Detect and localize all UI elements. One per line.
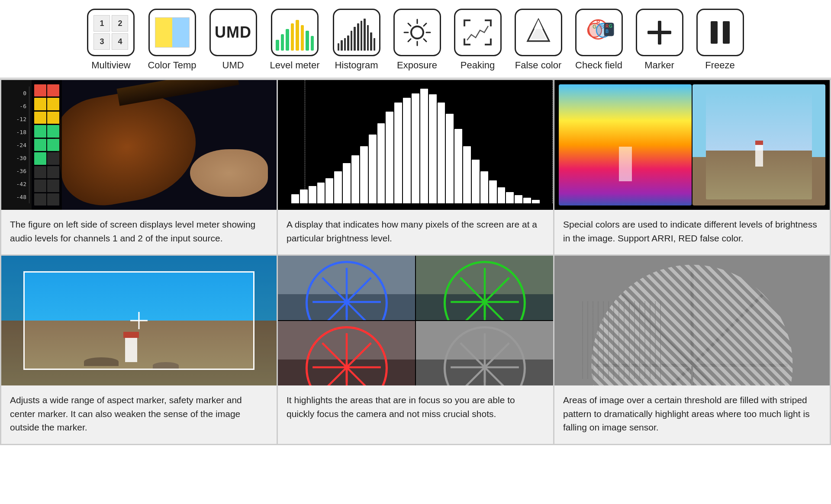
svg-line-6 bbox=[424, 39, 426, 42]
sidebar-item-multiview[interactable]: 1234 Multiview bbox=[87, 9, 135, 71]
ferris-wheel-gray bbox=[416, 321, 553, 385]
marker-icon bbox=[636, 9, 683, 56]
zebra-card: Areas of image over a certain threshold … bbox=[554, 256, 830, 444]
peaking-image bbox=[278, 256, 553, 385]
colortemp-label: Color Temp bbox=[148, 60, 196, 71]
sidebar-item-exposure[interactable]: Exposure bbox=[393, 9, 441, 71]
multiview-icon: 1234 bbox=[87, 9, 135, 56]
sidebar-item-levelmeter[interactable]: Level meter bbox=[270, 9, 320, 71]
sidebar-item-freeze[interactable]: Freeze bbox=[696, 9, 744, 71]
sidebar-item-umd[interactable]: UMD UMD bbox=[209, 9, 257, 71]
histogram-label: Histogram bbox=[335, 60, 378, 71]
exposure-icon bbox=[393, 9, 441, 56]
peaking-card: It highlights the areas that are in focu… bbox=[278, 256, 553, 444]
umd-label: UMD bbox=[222, 60, 244, 71]
sidebar-item-checkfield[interactable]: G B R R G B Check field bbox=[575, 9, 623, 71]
peaking-desc: It highlights the areas that are in focu… bbox=[278, 385, 553, 444]
freeze-label: Freeze bbox=[705, 60, 734, 71]
sidebar-item-colortemp[interactable]: Color Temp bbox=[148, 9, 196, 71]
zebra-image bbox=[554, 256, 830, 385]
svg-line-7 bbox=[424, 23, 426, 26]
sidebar-item-histogram[interactable]: Histogram bbox=[333, 9, 380, 71]
svg-text:R: R bbox=[606, 24, 609, 29]
sidebar-item-marker[interactable]: Marker bbox=[636, 9, 683, 71]
toolbar: 1234 Multiview Color Temp UMD UMD bbox=[0, 0, 831, 77]
svg-text:B: B bbox=[606, 29, 609, 34]
marker-image bbox=[1, 256, 277, 385]
freeze-icon bbox=[696, 9, 744, 56]
falsecolor-card: Special colors are used to indicate diff… bbox=[554, 80, 830, 254]
levelmeter-desc: The figure on left side of screen displa… bbox=[1, 210, 277, 254]
svg-line-5 bbox=[408, 23, 411, 26]
content-grid: 0 -6 -12 -18 -24 -30 -36 -42 -48 bbox=[0, 79, 831, 445]
marker-card: Adjusts a wide range of aspect marker, s… bbox=[1, 256, 277, 444]
multiview-label: Multiview bbox=[91, 60, 130, 71]
histogram-card: A display that indicates how many pixels… bbox=[278, 80, 553, 254]
peaking-label: Peaking bbox=[461, 60, 495, 71]
ferris-wheel-red bbox=[278, 321, 415, 385]
sidebar-item-peaking[interactable]: Peaking bbox=[454, 9, 502, 71]
falsecolor-icon bbox=[515, 9, 562, 56]
checkfield-label: Check field bbox=[575, 60, 622, 71]
levelmeter-card: 0 -6 -12 -18 -24 -30 -36 -42 -48 bbox=[1, 80, 277, 254]
marker-desc: Adjusts a wide range of aspect marker, s… bbox=[1, 385, 277, 444]
levelmeter-image: 0 -6 -12 -18 -24 -30 -36 -42 -48 bbox=[1, 80, 277, 210]
ferris-wheel-green bbox=[416, 256, 553, 320]
histogram-desc: A display that indicates how many pixels… bbox=[278, 210, 553, 254]
histogram-image bbox=[278, 80, 553, 210]
falsecolor-label: False color bbox=[515, 60, 562, 71]
falsecolor-desc: Special colors are used to indicate diff… bbox=[554, 210, 830, 254]
marker-label: Marker bbox=[644, 60, 674, 71]
zebra-desc: Areas of image over a certain threshold … bbox=[554, 385, 830, 444]
peaking-icon bbox=[454, 9, 502, 56]
checkfield-icon: G B R R G B bbox=[575, 9, 623, 56]
falsecolor-image bbox=[554, 80, 830, 210]
histogram-icon bbox=[333, 9, 380, 56]
sidebar-item-falsecolor[interactable]: False color bbox=[515, 9, 562, 71]
exposure-label: Exposure bbox=[397, 60, 437, 71]
umd-icon: UMD bbox=[209, 9, 257, 56]
levelmeter-label: Level meter bbox=[270, 60, 320, 71]
svg-text:G: G bbox=[609, 24, 612, 29]
level-scale: 0 -6 -12 -18 -24 -30 -36 -42 -48 bbox=[1, 80, 32, 210]
levelmeter-icon bbox=[271, 9, 319, 56]
colortemp-icon bbox=[148, 9, 196, 56]
svg-line-8 bbox=[408, 39, 411, 42]
ferris-wheel-blue bbox=[278, 256, 415, 320]
